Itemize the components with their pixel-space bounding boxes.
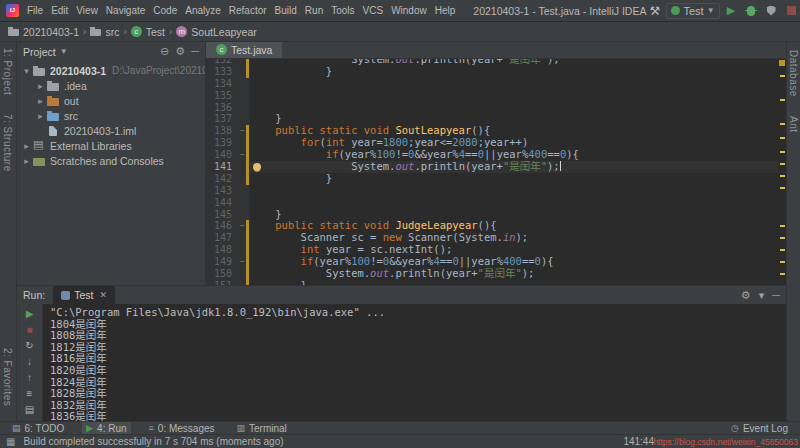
warning-stripe-mark[interactable]: [780, 175, 785, 177]
menu-window[interactable]: Window: [387, 5, 431, 16]
menu-refactor[interactable]: Refactor: [225, 5, 271, 16]
menu-analyze[interactable]: Analyze: [181, 5, 225, 16]
code-line-144[interactable]: 144: [206, 197, 778, 209]
tree-item-20210403-1[interactable]: ▾20210403-1D:\JavaProject\20210403-1: [17, 63, 205, 78]
chevron-icon[interactable]: ▸: [35, 81, 46, 91]
code-line-134[interactable]: 134: [206, 78, 778, 90]
code-line-136[interactable]: 136: [206, 102, 778, 114]
intention-bulb-icon[interactable]: [253, 163, 261, 171]
hide-panel-icon[interactable]: ─: [191, 45, 199, 58]
token: }: [250, 65, 332, 77]
tree-item-src[interactable]: ▸src: [17, 108, 205, 123]
code-line-142[interactable]: 142 }: [206, 173, 778, 185]
tree-item-external-libraries[interactable]: ▸External Libraries: [17, 138, 205, 153]
main-toolbar: ⚒ Test ▼ ▶ ⚙: [646, 3, 800, 19]
editor-tab-test-java[interactable]: Test.java: [206, 42, 282, 58]
warning-stripe-mark[interactable]: [780, 163, 785, 165]
breadcrumb-20210403-1[interactable]: 20210403-1: [8, 26, 79, 38]
chevron-icon[interactable]: ▸: [21, 156, 32, 166]
tree-item-idea[interactable]: ▸.idea: [17, 78, 205, 93]
coverage-button[interactable]: [763, 3, 780, 19]
tool-stripe-ant[interactable]: Ant: [788, 116, 799, 133]
scroll-up-icon[interactable]: ↑: [22, 371, 38, 384]
token: );: [516, 231, 529, 243]
toolwindow-run[interactable]: ▶4: Run: [82, 422, 130, 435]
warning-stripe-mark[interactable]: [780, 261, 785, 263]
restart-icon[interactable]: ↻: [22, 339, 38, 352]
chevron-icon[interactable]: ▸: [35, 111, 46, 121]
collapse-all-icon[interactable]: ⊖: [160, 45, 169, 58]
warning-stripe-mark[interactable]: [780, 187, 785, 189]
soft-wrap-icon[interactable]: ≡: [22, 387, 38, 400]
token: out: [370, 267, 389, 279]
build-hammer-icon[interactable]: ⚒: [646, 3, 663, 19]
tree-item-scratches-and-consoles[interactable]: ▸Scratches and Consoles: [17, 153, 205, 168]
tree-item-20210403-1-iml[interactable]: 20210403-1.iml: [17, 123, 205, 138]
inspection-status-icon[interactable]: [779, 60, 785, 66]
tree-item-out[interactable]: ▸out: [17, 93, 205, 108]
project-panel-header[interactable]: Project ▼ ⊖ ⚙ ─: [17, 42, 205, 61]
warning-stripe-mark[interactable]: [780, 237, 785, 239]
code-line-133[interactable]: 133 }: [206, 66, 778, 78]
event-log-button[interactable]: ◷Event Log: [727, 422, 792, 435]
code-line-135[interactable]: 135: [206, 90, 778, 102]
menu-edit[interactable]: Edit: [47, 5, 72, 16]
menu-vcs[interactable]: VCS: [359, 5, 388, 16]
run-tab-test[interactable]: Test ✕: [53, 286, 115, 304]
menu-file[interactable]: File: [23, 5, 47, 16]
debug-button[interactable]: [743, 3, 760, 19]
token: 100: [351, 255, 370, 267]
toolwindow-messages[interactable]: ≡0: Messages: [145, 422, 219, 435]
run-button[interactable]: ▶: [723, 3, 740, 19]
code-editor[interactable]: 132 System.out.println(year+"是闰年");133 }…: [206, 59, 786, 285]
chevron-icon[interactable]: ▾: [21, 66, 32, 76]
rerun-icon[interactable]: ▶: [22, 307, 38, 320]
menu-navigate[interactable]: Navigate: [102, 5, 149, 16]
chevron-icon[interactable]: ▸: [21, 141, 32, 151]
warning-stripe-mark[interactable]: [780, 75, 785, 77]
line-number: 140: [206, 149, 236, 161]
change-marker: [246, 256, 249, 268]
tool-window-toggle-icon[interactable]: ▦: [6, 436, 15, 447]
fold-icon: [236, 78, 249, 90]
caret-position[interactable]: 141:44: [623, 436, 654, 447]
menu-tools[interactable]: Tools: [327, 5, 358, 16]
menu-code[interactable]: Code: [149, 5, 181, 16]
chevron-icon[interactable]: ▸: [35, 96, 46, 106]
tool-stripe-2-favorites[interactable]: 2: Favorites: [2, 348, 13, 406]
hide-panel-icon[interactable]: ─: [772, 289, 780, 302]
tool-stripe-7-structure[interactable]: 7: Structure: [2, 114, 13, 172]
tool-stripe-1-project[interactable]: 1: Project: [2, 48, 13, 95]
code-line-143[interactable]: 143: [206, 185, 778, 197]
breadcrumb-test[interactable]: Test: [131, 26, 165, 38]
toolwindow-todo[interactable]: ▤6: TODO: [8, 422, 68, 435]
stop-button[interactable]: [783, 3, 800, 19]
run-configuration-selector[interactable]: Test ▼: [666, 3, 719, 19]
collapse-panel-icon[interactable]: ▾: [759, 289, 765, 302]
panel-settings-icon[interactable]: ⚙: [175, 45, 185, 58]
run-console[interactable]: "C:\Program Files\Java\jdk1.8.0_192\bin\…: [44, 304, 786, 421]
warning-stripe-mark[interactable]: [780, 137, 785, 139]
warning-stripe-mark[interactable]: [780, 123, 785, 125]
run-settings-gear-icon[interactable]: ⚙: [741, 289, 751, 302]
warning-stripe-mark[interactable]: [780, 225, 785, 227]
stop-icon[interactable]: ■: [22, 323, 38, 336]
warning-stripe-mark[interactable]: [780, 151, 785, 153]
menu-build[interactable]: Build: [271, 5, 301, 16]
breadcrumb-label: SoutLeapyear: [191, 26, 256, 38]
tool-stripe-database[interactable]: Database: [788, 50, 799, 97]
breadcrumb-soutleapyear[interactable]: SoutLeapyear: [176, 26, 256, 38]
menu-run[interactable]: Run: [301, 5, 327, 16]
breadcrumb-src[interactable]: src: [90, 26, 119, 38]
scroll-down-icon[interactable]: ↓: [22, 355, 38, 368]
warning-stripe-mark[interactable]: [780, 99, 785, 101]
print-icon[interactable]: ▤: [22, 403, 38, 416]
warning-stripe-mark[interactable]: [780, 249, 785, 251]
close-icon[interactable]: ✕: [99, 290, 107, 300]
warning-stripe-mark[interactable]: [780, 273, 785, 275]
toolwindow-terminal[interactable]: ▥Terminal: [233, 422, 291, 435]
error-stripe-scrollbar[interactable]: [778, 59, 786, 285]
line-number: 134: [206, 78, 236, 90]
menu-help[interactable]: Help: [431, 5, 460, 16]
menu-view[interactable]: View: [72, 5, 102, 16]
